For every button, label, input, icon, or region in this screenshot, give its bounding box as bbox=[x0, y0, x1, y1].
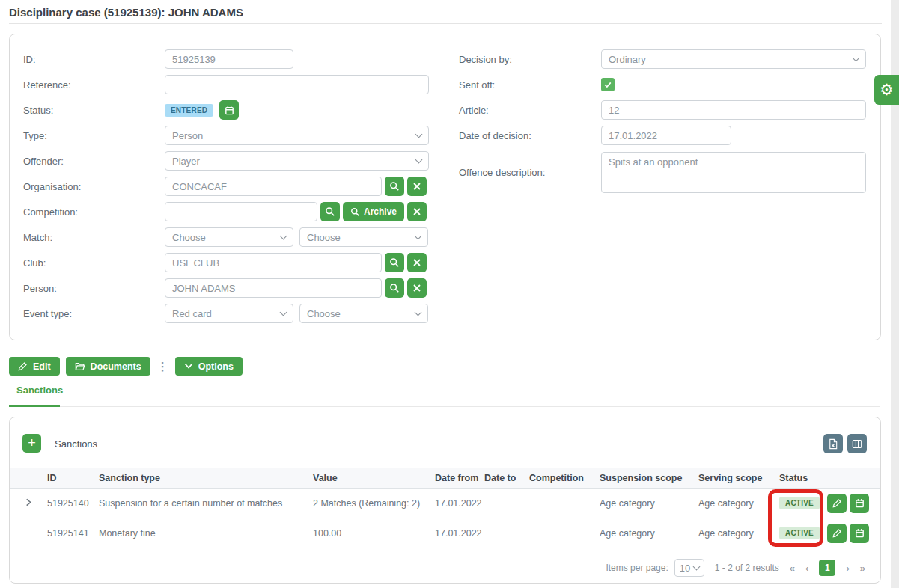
organisation-input[interactable]: CONCACAF bbox=[165, 177, 382, 196]
cell-suspension-scope: Age category bbox=[600, 489, 698, 518]
event-type-select-1-value: Red card bbox=[172, 308, 212, 319]
case-form-left: ID: 51925139 Reference: Status: ENTERED … bbox=[23, 46, 429, 326]
person-clear-button[interactable] bbox=[407, 278, 427, 298]
field-row-offence-description: Offence description: Spits at an opponen… bbox=[459, 148, 866, 196]
field-row-status: Status: ENTERED bbox=[23, 97, 429, 123]
edit-sanction-button[interactable] bbox=[827, 494, 847, 513]
id-input[interactable]: 51925139 bbox=[165, 49, 293, 69]
cell-serving-scope: Age category bbox=[698, 518, 779, 548]
last-page-button[interactable]: » bbox=[860, 563, 865, 574]
competition-search-button[interactable] bbox=[320, 202, 340, 221]
edit-button[interactable]: Edit bbox=[9, 357, 60, 376]
type-label: Type: bbox=[23, 130, 165, 141]
calendar-icon bbox=[854, 527, 865, 539]
sanction-history-button[interactable] bbox=[850, 524, 869, 543]
sanction-history-button[interactable] bbox=[850, 494, 869, 513]
column-header-date-from: Date from bbox=[435, 468, 484, 489]
cell-date-from: 17.01.2022 bbox=[435, 489, 484, 518]
cell-competition bbox=[529, 489, 600, 518]
columns-icon-button[interactable] bbox=[847, 434, 867, 453]
field-row-sent-off: Sent off: bbox=[459, 72, 866, 97]
cell-suspension-scope: Age category bbox=[600, 518, 698, 548]
results-range-label: 1 - 2 of 2 results bbox=[715, 563, 779, 573]
search-icon bbox=[350, 207, 360, 217]
next-page-button[interactable]: › bbox=[846, 563, 849, 574]
type-select[interactable]: Person bbox=[165, 126, 429, 145]
offender-select[interactable]: Player bbox=[165, 151, 429, 171]
documents-button[interactable]: Documents bbox=[66, 357, 150, 376]
id-label: ID: bbox=[23, 54, 165, 65]
pencil-icon bbox=[832, 498, 842, 508]
pencil-icon bbox=[832, 528, 842, 538]
settings-gear-button[interactable]: ⚙ bbox=[874, 75, 899, 105]
field-row-organisation: Organisation: CONCACAF bbox=[23, 174, 429, 199]
club-clear-button[interactable] bbox=[407, 253, 427, 272]
more-options-dots-icon[interactable]: ⋮ bbox=[157, 363, 168, 370]
sent-off-label: Sent off: bbox=[459, 79, 601, 91]
club-search-button[interactable] bbox=[385, 253, 404, 272]
sent-off-checkbox[interactable] bbox=[601, 78, 615, 91]
match-select-1[interactable]: Choose bbox=[165, 227, 293, 247]
cell-sanction-type: Suspension for a certain number of match… bbox=[99, 489, 313, 518]
folder-icon bbox=[75, 361, 85, 371]
event-type-select-2-value: Choose bbox=[307, 308, 341, 319]
cell-value: 2 Matches (Remaining: 2) bbox=[313, 489, 435, 518]
organisation-search-button[interactable] bbox=[385, 177, 404, 196]
event-type-select-2[interactable]: Choose bbox=[299, 304, 428, 323]
previous-page-button[interactable]: ‹ bbox=[805, 563, 808, 574]
chevron-down-icon bbox=[415, 232, 422, 239]
offence-description-textarea[interactable]: Spits at an opponent bbox=[601, 152, 866, 193]
competition-label: Competition: bbox=[23, 206, 165, 218]
organisation-clear-button[interactable] bbox=[407, 177, 427, 196]
match-label: Match: bbox=[23, 232, 165, 243]
status-badge: ENTERED bbox=[165, 104, 213, 117]
table-row: 51925140 Suspension for a certain number… bbox=[10, 489, 880, 518]
offender-label: Offender: bbox=[23, 156, 165, 167]
chevron-right-icon[interactable] bbox=[24, 497, 33, 507]
column-header-id: ID bbox=[47, 468, 99, 489]
article-input[interactable]: 12 bbox=[601, 100, 866, 120]
competition-clear-button[interactable] bbox=[407, 202, 427, 221]
date-of-decision-input[interactable]: 17.01.2022 bbox=[601, 126, 731, 145]
case-form-right: Decision by: Ordinary Sent off: Article:… bbox=[459, 46, 866, 196]
search-icon bbox=[389, 181, 400, 192]
decision-by-select[interactable]: Ordinary bbox=[601, 49, 866, 69]
edit-button-label: Edit bbox=[33, 361, 51, 372]
event-type-label: Event type: bbox=[23, 308, 165, 319]
gear-icon: ⚙ bbox=[880, 81, 894, 99]
field-row-decision-by: Decision by: Ordinary bbox=[459, 46, 866, 72]
column-header-serving-scope: Serving scope bbox=[698, 468, 779, 489]
status-history-button[interactable] bbox=[219, 100, 239, 120]
tab-active-underline bbox=[9, 405, 60, 407]
close-icon bbox=[412, 258, 421, 267]
field-row-person: Person: JOHN ADAMS bbox=[23, 275, 429, 301]
club-input[interactable]: USL CLUB bbox=[165, 253, 382, 272]
match-select-2[interactable]: Choose bbox=[299, 227, 428, 247]
cell-date-to bbox=[484, 489, 529, 518]
edit-sanction-button[interactable] bbox=[827, 524, 847, 543]
archive-button-label: Archive bbox=[364, 206, 397, 217]
event-type-select-1[interactable]: Red card bbox=[165, 304, 293, 323]
first-page-button[interactable]: « bbox=[790, 563, 795, 574]
organisation-label: Organisation: bbox=[23, 181, 165, 192]
calendar-icon bbox=[854, 497, 865, 509]
chevron-down-icon bbox=[280, 232, 287, 239]
actions-column-header bbox=[827, 468, 880, 489]
options-button[interactable]: Options bbox=[175, 357, 243, 376]
reference-input[interactable] bbox=[165, 75, 429, 94]
close-icon bbox=[412, 207, 421, 216]
field-row-competition: Competition: Archive bbox=[23, 199, 429, 224]
title-divider bbox=[9, 23, 882, 24]
add-sanction-button[interactable]: + bbox=[22, 434, 41, 453]
case-details-card: ID: 51925139 Reference: Status: ENTERED … bbox=[9, 34, 881, 340]
items-per-page-select[interactable]: 10 bbox=[674, 559, 704, 577]
person-search-button[interactable] bbox=[385, 278, 404, 298]
current-page-button[interactable]: 1 bbox=[819, 560, 835, 576]
export-excel-button[interactable] bbox=[823, 434, 843, 453]
competition-input[interactable] bbox=[165, 202, 317, 221]
competition-archive-search-button[interactable]: Archive bbox=[343, 202, 404, 221]
column-header-date-to: Date to bbox=[484, 468, 529, 489]
tab-sanctions[interactable]: Sanctions bbox=[16, 385, 63, 396]
column-header-status: Status bbox=[779, 468, 827, 489]
person-input[interactable]: JOHN ADAMS bbox=[165, 278, 382, 298]
